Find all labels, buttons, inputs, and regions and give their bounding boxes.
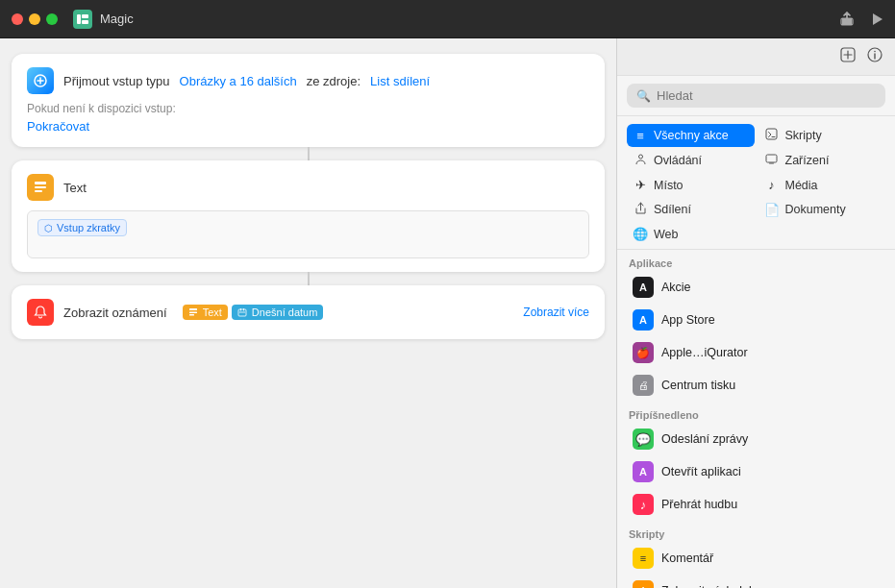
messages-label: Odeslání zprávy	[661, 432, 748, 446]
search-input-wrap: 🔍	[627, 84, 885, 108]
comment-icon: ≡	[633, 548, 654, 569]
receive-input-body: Přijmout vstup typu Obrázky a 16 dalších…	[12, 54, 605, 147]
app-store-label: App Store	[661, 313, 715, 327]
text-card: Text ⬡ Vstup zkratky	[12, 160, 605, 272]
media-icon: ♪	[764, 178, 780, 192]
receive-fallback-label: Pokud není k dispozici vstup:	[27, 102, 589, 115]
category-media[interactable]: ♪ Média	[758, 174, 886, 196]
receive-source-badge[interactable]: List sdílení	[370, 74, 430, 88]
svg-rect-0	[77, 14, 81, 24]
list-item-open-app[interactable]: A Otevřít aplikaci	[621, 455, 891, 488]
category-sharing[interactable]: Sdílení	[627, 198, 755, 221]
category-label: Zařízení	[785, 154, 830, 167]
centrum-tisku-icon: 🖨	[633, 375, 654, 396]
titlebar: Magic	[0, 0, 895, 38]
devices-icon	[764, 153, 780, 168]
receive-title: Přijmout vstup typu	[63, 74, 170, 88]
category-label: Všechny akce	[654, 129, 729, 142]
text-token[interactable]: ⬡ Vstup zkratky	[37, 219, 127, 236]
category-label: Dokumenty	[785, 203, 846, 216]
search-bar: 🔍	[617, 76, 895, 116]
svg-rect-1	[82, 14, 88, 18]
list-item-apple[interactable]: 🍎 Apple…iQurator	[621, 336, 891, 369]
centrum-tisku-label: Centrum tisku	[661, 379, 735, 392]
maximize-button[interactable]	[46, 13, 58, 25]
web-icon: 🌐	[633, 227, 648, 241]
svg-rect-7	[35, 182, 46, 184]
receive-input-header: Přijmout vstup typu Obrázky a 16 dalších…	[27, 67, 589, 94]
category-devices[interactable]: Zařízení	[758, 149, 886, 172]
category-all-actions[interactable]: ≡ Všechny akce	[627, 124, 755, 147]
token-icon: ⬡	[44, 223, 53, 233]
comment-label: Komentář	[661, 551, 713, 565]
text-icon	[27, 174, 54, 201]
receive-input-type-badge[interactable]: Obrázky a 16 dalších	[180, 74, 297, 88]
open-app-icon: A	[633, 461, 654, 482]
list-item-messages[interactable]: 💬 Odeslání zprávy	[621, 423, 891, 455]
show-result-label: Zobrazit výsledek	[661, 584, 755, 588]
svg-rect-10	[189, 308, 197, 310]
share-button[interactable]	[839, 12, 855, 27]
text-input-area[interactable]: ⬡ Vstup zkratky	[27, 210, 589, 258]
documents-icon: 📄	[764, 203, 780, 217]
svg-rect-9	[35, 190, 42, 192]
svg-rect-12	[189, 314, 194, 316]
all-actions-icon: ≡	[633, 129, 648, 143]
category-label: Místo	[654, 179, 684, 192]
receive-action[interactable]: Pokračovat	[27, 119, 589, 134]
category-web[interactable]: 🌐 Web	[627, 223, 755, 245]
list-item-app-store[interactable]: A App Store	[621, 304, 891, 336]
list-item-show-result[interactable]: ! Zobrazit výsledek	[621, 575, 891, 588]
connector-2	[308, 272, 310, 285]
svg-rect-23	[766, 129, 777, 139]
minimize-button[interactable]	[29, 13, 40, 25]
play-music-label: Přehrát hudbu	[661, 498, 737, 511]
category-label: Web	[654, 228, 678, 241]
add-to-dock-button[interactable]	[839, 46, 857, 67]
category-location[interactable]: ✈ Místo	[627, 174, 755, 196]
category-label: Ovládání	[654, 154, 702, 167]
search-input[interactable]	[657, 88, 876, 103]
close-button[interactable]	[12, 13, 23, 25]
main-content: Přijmout vstup typu Obrázky a 16 dalších…	[0, 38, 895, 588]
sharing-icon	[633, 202, 648, 217]
category-control[interactable]: Ovládání	[627, 149, 755, 172]
text-card-title: Text	[63, 181, 87, 195]
akcie-icon: A	[633, 277, 654, 298]
control-icon	[633, 153, 648, 168]
list-item-comment[interactable]: ≡ Komentář	[621, 542, 891, 575]
list-item-centrum-tisku[interactable]: 🖨 Centrum tisku	[621, 369, 891, 402]
svg-rect-26	[766, 155, 777, 162]
notify-badge-text[interactable]: Text	[183, 305, 228, 320]
category-label: Sdílení	[654, 203, 691, 216]
notify-badge-date[interactable]: Dnešní datum	[232, 305, 323, 320]
text-card-body: Text ⬡ Vstup zkratky	[12, 160, 605, 272]
receive-source-label: ze zdroje:	[307, 74, 360, 88]
receive-icon	[27, 67, 54, 94]
section-scripts-label: Skripty	[617, 521, 895, 542]
svg-rect-8	[35, 186, 46, 188]
right-panel: 🔍 ≡ Všechny akce Skripty	[616, 38, 895, 588]
list-item-akcie[interactable]: A Akcie	[621, 271, 891, 304]
traffic-lights	[12, 13, 58, 25]
messages-icon: 💬	[633, 429, 654, 450]
svg-marker-5	[873, 13, 883, 25]
location-icon: ✈	[633, 178, 648, 192]
svg-point-22	[874, 51, 876, 53]
category-scripts[interactable]: Skripty	[758, 124, 886, 147]
app-icon	[73, 10, 92, 29]
svg-rect-11	[189, 312, 197, 314]
right-list: Aplikace A Akcie A App Store 🍎 Apple…iQu…	[617, 250, 895, 588]
category-documents[interactable]: 📄 Dokumenty	[758, 198, 886, 221]
play-button[interactable]	[870, 12, 883, 26]
svg-point-25	[638, 155, 642, 159]
info-button[interactable]	[866, 46, 883, 67]
token-label: Vstup zkratky	[57, 222, 120, 233]
list-item-play-music[interactable]: ♪ Přehrát hudbu	[621, 488, 891, 521]
app-store-icon: A	[633, 309, 654, 331]
play-music-icon: ♪	[633, 494, 654, 515]
search-icon: 🔍	[636, 89, 651, 103]
akcie-label: Akcie	[661, 281, 691, 294]
left-panel: Přijmout vstup typu Obrázky a 16 dalších…	[0, 38, 616, 588]
notify-show-more[interactable]: Zobrazit více	[523, 306, 589, 319]
